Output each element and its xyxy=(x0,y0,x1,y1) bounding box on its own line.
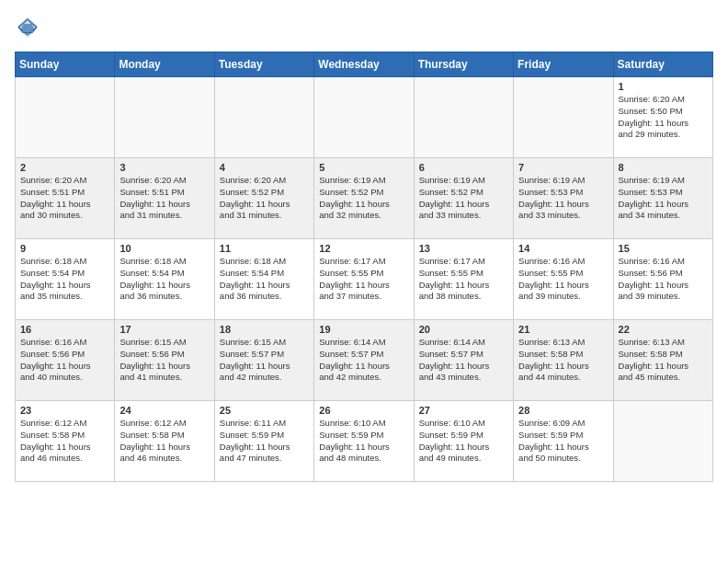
day-number: 22 xyxy=(619,324,708,335)
calendar-day-cell: 8Sunrise: 6:19 AM Sunset: 5:53 PM Daylig… xyxy=(613,158,712,239)
day-number: 1 xyxy=(619,81,708,92)
day-info: Sunrise: 6:19 AM Sunset: 5:52 PM Dayligh… xyxy=(319,175,408,222)
calendar-day-cell: 27Sunrise: 6:10 AM Sunset: 5:59 PM Dayli… xyxy=(414,401,513,482)
day-info: Sunrise: 6:17 AM Sunset: 5:55 PM Dayligh… xyxy=(319,256,408,303)
day-number: 18 xyxy=(220,324,309,335)
calendar-day-cell: 1Sunrise: 6:20 AM Sunset: 5:50 PM Daylig… xyxy=(613,77,712,158)
calendar-day-cell: 6Sunrise: 6:19 AM Sunset: 5:52 PM Daylig… xyxy=(414,158,513,239)
calendar-week-row: 1Sunrise: 6:20 AM Sunset: 5:50 PM Daylig… xyxy=(16,77,713,158)
day-info: Sunrise: 6:15 AM Sunset: 5:57 PM Dayligh… xyxy=(220,337,309,384)
day-number: 24 xyxy=(119,405,209,416)
calendar-day-cell: 16Sunrise: 6:16 AM Sunset: 5:56 PM Dayli… xyxy=(16,320,115,401)
day-info: Sunrise: 6:17 AM Sunset: 5:55 PM Dayligh… xyxy=(419,256,508,303)
logo-icon xyxy=(15,15,40,40)
calendar-day-cell: 11Sunrise: 6:18 AM Sunset: 5:54 PM Dayli… xyxy=(214,239,313,320)
day-info: Sunrise: 6:16 AM Sunset: 5:55 PM Dayligh… xyxy=(518,256,608,303)
weekday-header-thursday: Thursday xyxy=(414,52,513,77)
calendar-day-cell: 3Sunrise: 6:20 AM Sunset: 5:51 PM Daylig… xyxy=(115,158,214,239)
day-info: Sunrise: 6:20 AM Sunset: 5:50 PM Dayligh… xyxy=(619,94,708,141)
calendar-day-cell: 23Sunrise: 6:12 AM Sunset: 5:58 PM Dayli… xyxy=(16,401,115,482)
calendar-day-cell: 12Sunrise: 6:17 AM Sunset: 5:55 PM Dayli… xyxy=(314,239,414,320)
calendar-day-cell: 10Sunrise: 6:18 AM Sunset: 5:54 PM Dayli… xyxy=(115,239,214,320)
calendar-week-row: 9Sunrise: 6:18 AM Sunset: 5:54 PM Daylig… xyxy=(16,239,713,320)
weekday-header-friday: Friday xyxy=(514,52,613,77)
day-info: Sunrise: 6:20 AM Sunset: 5:51 PM Dayligh… xyxy=(20,175,109,222)
calendar-day-cell xyxy=(613,401,712,482)
day-number: 23 xyxy=(20,405,109,416)
page-header xyxy=(15,15,713,40)
calendar-day-cell: 7Sunrise: 6:19 AM Sunset: 5:53 PM Daylig… xyxy=(514,158,613,239)
calendar-day-cell: 20Sunrise: 6:14 AM Sunset: 5:57 PM Dayli… xyxy=(414,320,513,401)
day-number: 13 xyxy=(419,243,508,254)
day-info: Sunrise: 6:10 AM Sunset: 5:59 PM Dayligh… xyxy=(419,418,508,465)
calendar-day-cell: 22Sunrise: 6:13 AM Sunset: 5:58 PM Dayli… xyxy=(613,320,712,401)
day-number: 8 xyxy=(619,162,708,173)
calendar-day-cell: 15Sunrise: 6:16 AM Sunset: 5:56 PM Dayli… xyxy=(613,239,712,320)
calendar-header-row: SundayMondayTuesdayWednesdayThursdayFrid… xyxy=(16,52,713,77)
calendar-day-cell: 28Sunrise: 6:09 AM Sunset: 5:59 PM Dayli… xyxy=(514,401,613,482)
day-info: Sunrise: 6:12 AM Sunset: 5:58 PM Dayligh… xyxy=(20,418,109,465)
day-info: Sunrise: 6:20 AM Sunset: 5:52 PM Dayligh… xyxy=(220,175,309,222)
weekday-header-sunday: Sunday xyxy=(16,52,115,77)
calendar-week-row: 23Sunrise: 6:12 AM Sunset: 5:58 PM Dayli… xyxy=(16,401,713,482)
day-info: Sunrise: 6:13 AM Sunset: 5:58 PM Dayligh… xyxy=(518,337,608,384)
day-number: 9 xyxy=(20,243,109,254)
calendar-day-cell xyxy=(514,77,613,158)
day-number: 11 xyxy=(220,243,309,254)
day-info: Sunrise: 6:10 AM Sunset: 5:59 PM Dayligh… xyxy=(319,418,408,465)
calendar-day-cell: 2Sunrise: 6:20 AM Sunset: 5:51 PM Daylig… xyxy=(16,158,115,239)
weekday-header-wednesday: Wednesday xyxy=(314,52,414,77)
calendar-day-cell: 5Sunrise: 6:19 AM Sunset: 5:52 PM Daylig… xyxy=(314,158,414,239)
day-number: 19 xyxy=(319,324,408,335)
day-info: Sunrise: 6:18 AM Sunset: 5:54 PM Dayligh… xyxy=(20,256,109,303)
day-info: Sunrise: 6:09 AM Sunset: 5:59 PM Dayligh… xyxy=(518,418,608,465)
day-number: 25 xyxy=(220,405,309,416)
calendar-day-cell: 19Sunrise: 6:14 AM Sunset: 5:57 PM Dayli… xyxy=(314,320,414,401)
day-info: Sunrise: 6:14 AM Sunset: 5:57 PM Dayligh… xyxy=(319,337,408,384)
calendar-day-cell: 4Sunrise: 6:20 AM Sunset: 5:52 PM Daylig… xyxy=(214,158,313,239)
calendar-day-cell xyxy=(414,77,513,158)
day-info: Sunrise: 6:15 AM Sunset: 5:56 PM Dayligh… xyxy=(119,337,209,384)
day-number: 10 xyxy=(119,243,209,254)
calendar-day-cell: 9Sunrise: 6:18 AM Sunset: 5:54 PM Daylig… xyxy=(16,239,115,320)
day-info: Sunrise: 6:19 AM Sunset: 5:52 PM Dayligh… xyxy=(419,175,508,222)
weekday-header-tuesday: Tuesday xyxy=(214,52,313,77)
day-info: Sunrise: 6:19 AM Sunset: 5:53 PM Dayligh… xyxy=(619,175,708,222)
day-number: 5 xyxy=(319,162,408,173)
calendar-day-cell xyxy=(214,77,313,158)
calendar-table: SundayMondayTuesdayWednesdayThursdayFrid… xyxy=(15,52,713,482)
calendar-week-row: 16Sunrise: 6:16 AM Sunset: 5:56 PM Dayli… xyxy=(16,320,713,401)
day-number: 28 xyxy=(518,405,608,416)
day-info: Sunrise: 6:12 AM Sunset: 5:58 PM Dayligh… xyxy=(119,418,209,465)
day-number: 6 xyxy=(419,162,508,173)
day-info: Sunrise: 6:13 AM Sunset: 5:58 PM Dayligh… xyxy=(619,337,708,384)
day-number: 26 xyxy=(319,405,408,416)
calendar-week-row: 2Sunrise: 6:20 AM Sunset: 5:51 PM Daylig… xyxy=(16,158,713,239)
calendar-day-cell xyxy=(115,77,214,158)
calendar-day-cell: 25Sunrise: 6:11 AM Sunset: 5:59 PM Dayli… xyxy=(214,401,313,482)
day-number: 17 xyxy=(119,324,209,335)
day-info: Sunrise: 6:16 AM Sunset: 5:56 PM Dayligh… xyxy=(20,337,109,384)
day-number: 27 xyxy=(419,405,508,416)
day-number: 2 xyxy=(20,162,109,173)
day-number: 14 xyxy=(518,243,608,254)
calendar-day-cell: 24Sunrise: 6:12 AM Sunset: 5:58 PM Dayli… xyxy=(115,401,214,482)
day-number: 15 xyxy=(619,243,708,254)
weekday-header-monday: Monday xyxy=(115,52,214,77)
day-number: 16 xyxy=(20,324,109,335)
day-info: Sunrise: 6:18 AM Sunset: 5:54 PM Dayligh… xyxy=(119,256,209,303)
calendar-day-cell: 17Sunrise: 6:15 AM Sunset: 5:56 PM Dayli… xyxy=(115,320,214,401)
calendar-day-cell: 13Sunrise: 6:17 AM Sunset: 5:55 PM Dayli… xyxy=(414,239,513,320)
day-info: Sunrise: 6:14 AM Sunset: 5:57 PM Dayligh… xyxy=(419,337,508,384)
day-info: Sunrise: 6:20 AM Sunset: 5:51 PM Dayligh… xyxy=(119,175,209,222)
weekday-header-saturday: Saturday xyxy=(613,52,712,77)
day-info: Sunrise: 6:16 AM Sunset: 5:56 PM Dayligh… xyxy=(619,256,708,303)
calendar-day-cell: 26Sunrise: 6:10 AM Sunset: 5:59 PM Dayli… xyxy=(314,401,414,482)
calendar-day-cell: 14Sunrise: 6:16 AM Sunset: 5:55 PM Dayli… xyxy=(514,239,613,320)
day-number: 20 xyxy=(419,324,508,335)
calendar-day-cell: 21Sunrise: 6:13 AM Sunset: 5:58 PM Dayli… xyxy=(514,320,613,401)
day-info: Sunrise: 6:18 AM Sunset: 5:54 PM Dayligh… xyxy=(220,256,309,303)
day-number: 3 xyxy=(119,162,209,173)
day-number: 21 xyxy=(518,324,608,335)
day-number: 12 xyxy=(319,243,408,254)
